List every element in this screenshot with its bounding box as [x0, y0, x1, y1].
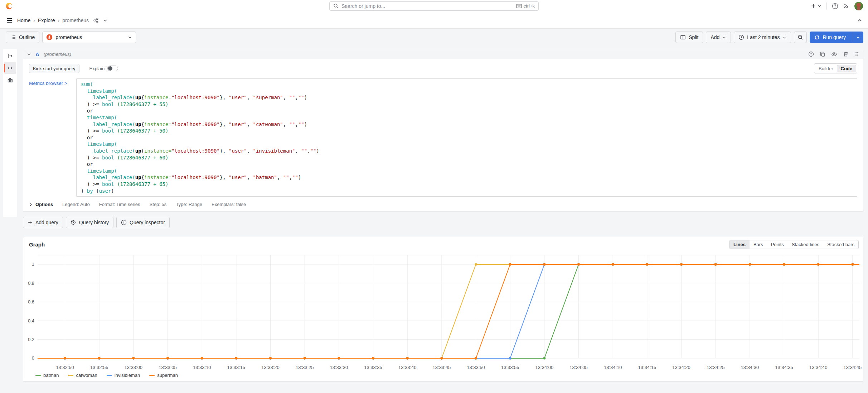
legend-item-invisibleman[interactable]: invisibleman	[107, 373, 140, 378]
search-input[interactable]	[341, 3, 513, 9]
run-query-main[interactable]: Run query	[810, 32, 850, 43]
timeseries-chart[interactable]: 10.80.60.40.2013:32:5013:32:5513:33:0013…	[25, 253, 862, 372]
legend-item-batman[interactable]: batman	[35, 373, 59, 378]
query-help-icon[interactable]	[808, 51, 814, 57]
graph-style-tabs: LinesBarsPointsStacked linesStacked bars	[729, 240, 859, 249]
query-ref-id[interactable]: A	[35, 51, 39, 57]
grafana-logo[interactable]	[5, 2, 13, 10]
data-point-superman[interactable]	[714, 263, 717, 266]
data-point-superman[interactable]	[269, 357, 272, 360]
query-inspector-button[interactable]: Query inspector	[116, 217, 170, 228]
graph-style-tab-bars[interactable]: Bars	[750, 240, 767, 249]
new-button[interactable]	[811, 3, 821, 9]
series-line-catwoman[interactable]	[38, 264, 859, 358]
query-datasource-hint: (prometheus)	[44, 52, 71, 57]
split-button[interactable]: Split	[675, 32, 703, 43]
help-icon[interactable]	[832, 3, 838, 9]
data-point-superman[interactable]	[132, 357, 135, 360]
data-point-superman[interactable]	[201, 357, 203, 360]
data-point-superman[interactable]	[338, 357, 340, 360]
code-token: "user"	[229, 174, 247, 180]
data-point-superman[interactable]	[612, 263, 614, 266]
time-range-picker[interactable]: Last 2 minutes	[734, 32, 791, 43]
data-point-superman[interactable]	[64, 357, 66, 360]
data-point-superman[interactable]	[406, 357, 409, 360]
legend-item-catwoman[interactable]: catwoman	[68, 373, 97, 378]
builder-tab[interactable]: Builder	[815, 65, 837, 72]
data-point-superman[interactable]	[235, 357, 237, 360]
history-icon	[71, 220, 76, 225]
data-point-superman[interactable]	[646, 263, 648, 266]
data-point-superman[interactable]	[98, 357, 101, 360]
data-point-superman[interactable]	[509, 263, 511, 266]
x-axis-tick-label: 13:33:20	[261, 365, 280, 370]
graph-style-tab-stacked-lines[interactable]: Stacked lines	[788, 240, 823, 249]
legend-item-superman[interactable]: superman	[149, 373, 178, 378]
news-rss-icon[interactable]	[843, 3, 849, 9]
code-token: ""	[301, 148, 307, 154]
code-token: }	[220, 148, 223, 154]
share-icon[interactable]	[93, 18, 99, 23]
run-query-caret[interactable]	[853, 32, 863, 43]
duplicate-query-icon[interactable]	[820, 51, 825, 57]
datasource-picker[interactable]: prometheus	[42, 32, 136, 43]
graph-style-tab-stacked-bars[interactable]: Stacked bars	[823, 240, 858, 249]
data-point-batman[interactable]	[543, 357, 545, 360]
query-history-button[interactable]: Query history	[66, 217, 113, 228]
code-tab[interactable]: Code	[837, 65, 857, 72]
drag-handle-icon[interactable]	[854, 52, 859, 57]
data-point-superman[interactable]	[748, 263, 751, 266]
data-point-superman[interactable]	[372, 357, 374, 360]
graph-style-tab-lines[interactable]: Lines	[729, 240, 750, 249]
code-token: (1728646377 + 55)	[117, 101, 168, 107]
search-bar[interactable]: ctrl+k	[329, 1, 539, 11]
kick-start-button[interactable]: Kick start your query	[29, 64, 79, 73]
data-point-superman[interactable]	[851, 263, 854, 266]
collapse-query-icon[interactable]	[27, 52, 31, 56]
data-point-superman[interactable]	[680, 263, 683, 266]
series-line-superman[interactable]	[38, 264, 859, 358]
promql-code-editor[interactable]: sum( timestamp( label_replace(up{instanc…	[76, 78, 857, 197]
legend-label: invisibleman	[115, 373, 140, 378]
data-point-superman[interactable]	[577, 263, 580, 266]
explain-toggle[interactable]	[107, 66, 118, 71]
data-point-catwoman[interactable]	[475, 263, 477, 266]
add-query-button[interactable]: Add query	[23, 217, 63, 228]
collapse-outline-button[interactable]	[4, 50, 16, 62]
x-axis-tick-label: 13:34:15	[638, 365, 656, 370]
data-point-superman[interactable]	[475, 357, 477, 360]
code-token: )	[304, 95, 307, 100]
options-toggle[interactable]: Options	[29, 202, 53, 207]
data-point-superman[interactable]	[304, 357, 306, 360]
menu-toggle-icon[interactable]	[6, 17, 13, 24]
data-point-superman[interactable]	[817, 263, 820, 266]
data-point-invisibleman[interactable]	[509, 357, 511, 360]
series-line-batman[interactable]	[38, 264, 859, 358]
chevron-down-icon[interactable]	[103, 18, 107, 23]
add-button[interactable]: Add	[706, 32, 731, 43]
breadcrumb-home[interactable]: Home	[17, 18, 30, 23]
code-token	[81, 141, 87, 147]
data-point-superman[interactable]	[440, 357, 443, 360]
run-query-button[interactable]: Run query	[810, 32, 863, 43]
chart-area[interactable]: 10.80.60.40.2013:32:5013:32:5513:33:0013…	[25, 253, 862, 372]
delete-query-icon[interactable]	[843, 51, 849, 57]
data-point-superman[interactable]	[783, 263, 785, 266]
metrics-browser-link[interactable]: Metrics browser >	[29, 78, 76, 86]
data-point-superman[interactable]	[166, 357, 169, 360]
graph-style-tab-points[interactable]: Points	[767, 240, 788, 249]
breadcrumb-explore[interactable]: Explore	[38, 18, 55, 23]
code-token: label_replace(	[93, 148, 135, 154]
outline-graph-item[interactable]	[4, 75, 16, 86]
data-point-superman[interactable]	[543, 263, 545, 266]
zoom-out-button[interactable]	[794, 32, 807, 43]
series-line-invisibleman[interactable]	[38, 264, 859, 358]
collapse-header-button[interactable]	[857, 18, 862, 23]
outline-button[interactable]: Outline	[6, 32, 39, 43]
user-avatar[interactable]	[854, 2, 863, 10]
code-token: label_replace(	[93, 95, 135, 100]
code-token: ,	[223, 95, 229, 100]
toggle-visibility-icon[interactable]	[831, 51, 837, 57]
outline-queries-item[interactable]	[4, 62, 16, 74]
code-token: ,	[295, 121, 298, 127]
